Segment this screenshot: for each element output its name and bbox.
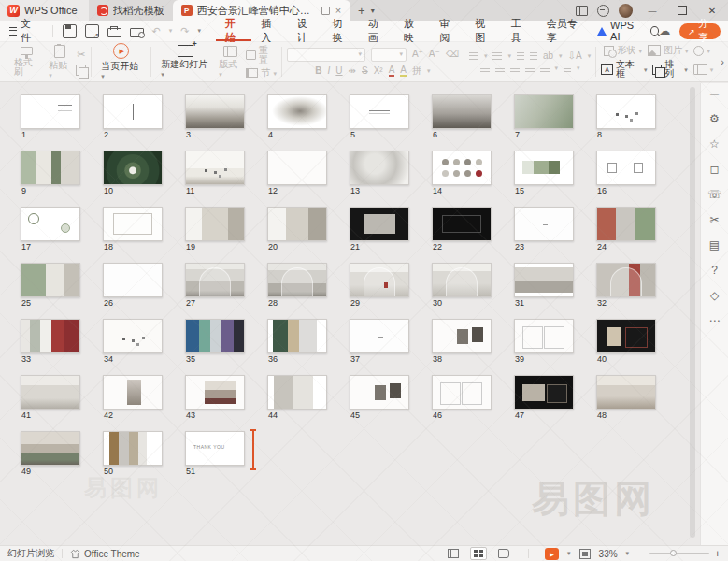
search-icon[interactable] [650,26,659,36]
slide-thumbnail[interactable] [514,263,574,297]
menu-item[interactable]: 视图 [465,21,501,41]
close-button[interactable] [702,5,722,16]
clear-format-icon[interactable]: ⌫ [446,50,459,59]
slide-thumbnail[interactable] [514,319,574,353]
shapes-button[interactable]: 形状 ▾ [604,46,642,56]
slide-thumbnail[interactable] [21,375,80,410]
workspace-icon[interactable] [597,5,609,17]
slide-thumbnail[interactable] [432,151,492,185]
slide-sorter-view-button[interactable] [470,547,487,560]
insert-avatar-button[interactable]: ▾ [693,46,710,56]
vertical-scrollbar[interactable] [690,87,695,538]
slide-thumbnail[interactable] [432,319,492,353]
skin-icon[interactable]: ◇ [710,290,719,301]
normal-view-button[interactable] [445,547,462,560]
wps-ai-button[interactable]: WPS AI [597,20,641,42]
maximize-button[interactable] [672,6,692,15]
save-icon[interactable] [63,24,77,38]
minimize-button[interactable] [642,5,663,16]
tab-pin-icon[interactable] [321,7,330,15]
slide-thumbnail[interactable] [267,94,327,129]
zoom-in-button[interactable]: + [715,548,721,559]
underline-icon[interactable]: U [335,66,342,76]
app-tab[interactable]: W WPS Office [0,0,89,21]
section-button[interactable]: 节 ▾ [246,68,277,78]
highlight-color-icon[interactable]: A [400,65,407,77]
decrease-font-icon[interactable]: A⁻ [429,50,440,59]
slide-thumbnail[interactable] [185,375,245,410]
play-from-current-button[interactable]: 当页开始 ▾ [96,41,146,82]
distribute-icon[interactable] [564,65,571,72]
slide-thumbnail[interactable] [350,375,409,410]
text-direction-icon[interactable]: ab [543,51,553,61]
format-painter-button[interactable]: 格式刷 [9,45,44,79]
slide-thumbnail[interactable]: THANK YOU [185,431,245,466]
cloud-sync-icon[interactable]: ☁ [659,24,670,37]
slide-thumbnail[interactable] [103,375,163,410]
zoom-out-button[interactable]: − [637,548,643,559]
strikethrough-icon[interactable]: S [362,66,368,76]
theme-label[interactable]: Office Theme [84,549,140,559]
slide-thumbnail[interactable] [21,319,80,353]
collapse-sidebar-icon[interactable]: — [710,91,719,99]
slide-thumbnail[interactable] [596,151,656,185]
bullet-list-icon[interactable] [469,52,478,60]
italic-icon[interactable]: I [328,66,331,76]
align-left-icon[interactable] [480,65,490,72]
slide-thumbnail[interactable] [185,319,245,353]
slide-thumbnail[interactable] [432,375,492,410]
menu-item[interactable]: 开始 [216,21,251,41]
reading-view-button[interactable] [495,547,512,560]
slide-thumbnail[interactable] [103,151,163,185]
slide-sorter-canvas[interactable]: 1234567891011121314151617181920212223242… [0,83,700,545]
print-preview-icon[interactable] [130,28,144,37]
slide-thumbnail[interactable] [267,319,327,353]
menu-item[interactable]: 插入 [251,21,287,41]
zoom-percent[interactable]: 33% [599,549,618,559]
export-icon[interactable] [85,24,99,38]
increase-indent-icon[interactable] [530,52,537,60]
zoom-slider[interactable] [649,553,709,554]
tab-list-chevron-icon[interactable]: ▾ [371,7,375,15]
menu-item[interactable]: 动画 [359,21,394,41]
share-button[interactable]: 分享 [679,23,721,39]
menu-item[interactable]: 工具 [502,21,537,41]
slide-thumbnail[interactable] [103,263,163,297]
slide-thumbnail[interactable] [432,263,492,297]
picture-button[interactable]: 图片 ▾ [648,45,689,56]
slide-size-button[interactable]: ▾ [693,64,714,75]
undo-chevron-icon[interactable]: ▾ [169,27,173,35]
slide-thumbnail[interactable] [596,94,656,129]
slide-thumbnail[interactable] [350,319,409,353]
fit-slide-icon[interactable] [579,549,591,559]
zoom-slider-thumb[interactable] [670,550,677,556]
user-avatar[interactable] [619,4,633,18]
tab-close-icon[interactable]: × [335,6,342,16]
bold-icon[interactable]: B [315,66,321,76]
phonetic-guide-icon[interactable]: 拼 [412,66,421,76]
font-family-select[interactable]: ▾ [287,48,365,62]
slide-thumbnail[interactable] [350,94,409,129]
slide-thumbnail[interactable] [596,319,656,353]
justify-icon[interactable] [525,65,535,72]
increase-font-icon[interactable]: A⁺ [412,50,423,59]
slide-thumbnail[interactable] [432,207,492,241]
play-options-chevron-icon[interactable]: ▾ [567,550,571,557]
slide-thumbnail[interactable] [267,375,327,410]
slide-thumbnail[interactable] [21,431,80,466]
slide-thumbnail[interactable] [103,431,163,466]
comment-icon[interactable]: ◻ [710,164,720,175]
slide-thumbnail[interactable] [514,207,574,241]
slide-thumbnail[interactable] [103,207,163,241]
slide-thumbnail[interactable] [267,207,327,241]
new-slide-button[interactable]: 新建幻灯片 ▾ [156,43,214,80]
paste-button[interactable]: 粘贴 ▾ [44,43,76,81]
slide-thumbnail[interactable] [185,263,245,297]
cut-icon[interactable] [77,49,85,61]
font-color-icon[interactable]: A [389,65,395,77]
align-right-icon[interactable] [510,65,520,72]
slide-thumbnail[interactable] [185,94,245,129]
menu-item[interactable]: 放映 [394,21,430,41]
line-spacing-icon[interactable] [540,65,550,72]
slide-thumbnail[interactable] [21,94,80,129]
